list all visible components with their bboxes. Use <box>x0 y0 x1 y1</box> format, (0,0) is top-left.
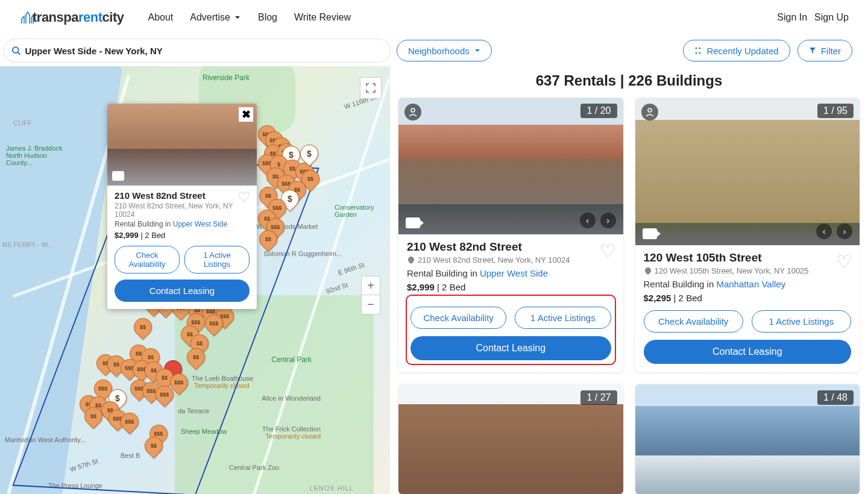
listing-building-type: Rental Building in Upper West Side <box>407 268 615 278</box>
video-icon <box>112 171 124 181</box>
svg-point-0 <box>13 47 19 53</box>
caret-down-icon <box>474 48 480 54</box>
listing-image[interactable]: 1 / 20 ‹ › <box>398 98 623 234</box>
map-label: Central Park Zoo <box>229 464 279 471</box>
nav-advertise[interactable]: Advertise <box>190 12 241 23</box>
map-label: Alice in Wonderland <box>262 395 321 402</box>
map-pin[interactable]: $ <box>297 141 322 166</box>
check-availability-button[interactable]: Check Availability <box>644 310 743 333</box>
map-label: E 96th St <box>337 261 365 276</box>
nav-write-review[interactable]: Write Review <box>294 12 351 23</box>
popup-building-type: Rental Building in Upper West Side <box>115 220 250 228</box>
video-icon <box>643 228 657 239</box>
neighborhood-link[interactable]: Upper West Side <box>480 268 548 278</box>
popup-title[interactable]: 210 West 82nd Street <box>115 190 250 201</box>
map-label: 92nd St <box>325 281 349 295</box>
active-listings-button[interactable]: 1 Active Listings <box>515 307 611 329</box>
listing-image[interactable]: 1 / 95 ‹ › <box>635 98 860 245</box>
main: Riverside Park Conservatory Garden Whole… <box>0 66 868 494</box>
listing-card: 1 / 20 ‹ › ♡ 210 West 82nd Street 210 We… <box>398 98 623 372</box>
recently-updated-button[interactable]: Recently Updated <box>683 40 790 61</box>
check-availability-button[interactable]: Check Availability <box>410 307 506 329</box>
map-label: Temporarily closed <box>265 433 321 440</box>
active-listings-button[interactable]: 1 Active Listings <box>752 310 851 333</box>
carousel-next-button[interactable]: › <box>837 224 852 239</box>
map[interactable]: Riverside Park Conservatory Garden Whole… <box>0 66 390 494</box>
neighborhoods-dropdown[interactable]: Neighborhoods <box>397 40 492 61</box>
pin-icon <box>644 267 652 275</box>
search-box[interactable] <box>4 39 391 63</box>
listing-title[interactable]: 210 West 82nd Street <box>407 240 615 254</box>
carousel-prev-button[interactable]: ‹ <box>816 224 832 239</box>
map-label: Riverside Park <box>203 73 250 82</box>
map-label: Conservatory Garden <box>335 204 390 218</box>
popup-close-button[interactable]: ✖ <box>239 107 253 122</box>
carousel-prev-button[interactable]: ‹ <box>580 213 596 228</box>
listing-building-type: Rental Building in Manhattan Valley <box>644 279 852 289</box>
image-counter: 1 / 27 <box>580 390 617 405</box>
filter-label: Filter <box>821 46 841 56</box>
listing-image[interactable]: 1 / 27 <box>398 384 623 494</box>
neighborhood-link[interactable]: Manhattan Valley <box>716 279 785 289</box>
map-label: Central Park <box>271 355 312 364</box>
person-icon <box>404 104 421 120</box>
listing-card: 1 / 27 <box>398 384 623 494</box>
image-counter: 1 / 20 <box>580 104 617 118</box>
fullscreen-icon <box>366 83 376 93</box>
popup-neighborhood-link[interactable]: Upper West Side <box>173 220 228 228</box>
listings-grid[interactable]: 1 / 20 ‹ › ♡ 210 West 82nd Street 210 We… <box>390 98 868 494</box>
favorite-button[interactable]: ♡ <box>600 240 616 261</box>
popup-image[interactable]: ✖ <box>107 104 257 186</box>
filter-button[interactable]: Filter <box>797 40 852 61</box>
svg-point-2 <box>411 108 415 112</box>
contact-leasing-button[interactable]: Contact Leasing <box>115 280 250 302</box>
map-label: RS FERRY - W... <box>2 241 53 248</box>
listing-address: 210 West 82nd Street, New York, NY 10024 <box>407 255 615 264</box>
listings-count: 637 Rentals | 226 Buildings <box>390 66 868 98</box>
listing-card: 1 / 48 <box>635 384 860 494</box>
sign-in-link[interactable]: Sign In <box>777 12 807 23</box>
search-input[interactable] <box>25 46 383 56</box>
carousel-next-button[interactable]: › <box>600 213 616 228</box>
zoom-out-button[interactable]: − <box>361 295 380 314</box>
favorite-button[interactable]: ♡ <box>836 251 852 272</box>
logo-text-1: transpa <box>33 10 78 25</box>
nav-blog[interactable]: Blog <box>258 12 277 23</box>
search-icon <box>11 46 21 56</box>
map-label: LENOX HILL <box>309 484 354 492</box>
listing-title[interactable]: 120 West 105th Street <box>644 251 852 264</box>
nav-advertise-label: Advertise <box>190 12 230 23</box>
sign-up-link[interactable]: Sign Up <box>814 12 849 23</box>
action-panel-highlighted: Check Availability 1 Active Listings Con… <box>406 295 616 365</box>
map-label: The Frick Collection <box>262 425 321 433</box>
contact-leasing-button[interactable]: Contact Leasing <box>410 336 611 360</box>
map-fullscreen-button[interactable] <box>360 77 382 99</box>
check-availability-button[interactable]: Check Availability <box>115 246 180 274</box>
image-counter: 1 / 95 <box>817 104 854 118</box>
contact-leasing-button[interactable]: Contact Leasing <box>644 340 852 364</box>
logo[interactable]: transparentcity <box>19 10 124 25</box>
map-label: James J. Braddock North Hudson County... <box>6 145 72 166</box>
person-icon <box>641 104 658 120</box>
nav-about[interactable]: About <box>148 12 173 23</box>
svg-point-3 <box>648 108 652 112</box>
listing-image[interactable]: 1 / 48 <box>635 384 860 494</box>
logo-text-2: rent <box>78 10 102 25</box>
zoom-in-button[interactable]: + <box>361 276 380 295</box>
sort-icon <box>694 46 702 55</box>
filter-icon <box>809 47 816 54</box>
video-icon <box>406 217 420 228</box>
map-label: CLIFF <box>13 119 32 127</box>
header: transparentcity About Advertise Blog Wri… <box>0 0 868 35</box>
listing-card: 1 / 95 ‹ › ♡ 120 West 105th Street 120 W… <box>635 98 860 372</box>
listing-address: 120 West 105th Street, New York, NY 1002… <box>644 266 852 275</box>
image-counter: 1 / 48 <box>817 390 854 405</box>
chevron-down-icon <box>234 14 241 21</box>
listing-price-row: $2,999 | 2 Bed <box>407 282 615 292</box>
recently-updated-label: Recently Updated <box>706 46 778 56</box>
active-listings-button[interactable]: 1 Active Listings <box>184 246 250 274</box>
popup-price-row: $2,999 | 2 Bed <box>115 231 250 240</box>
neighborhoods-label: Neighborhoods <box>408 46 470 56</box>
favorite-button[interactable]: ♡ <box>237 189 251 206</box>
popup-address: 210 West 82nd Street, New York, NY 10024 <box>115 202 250 219</box>
